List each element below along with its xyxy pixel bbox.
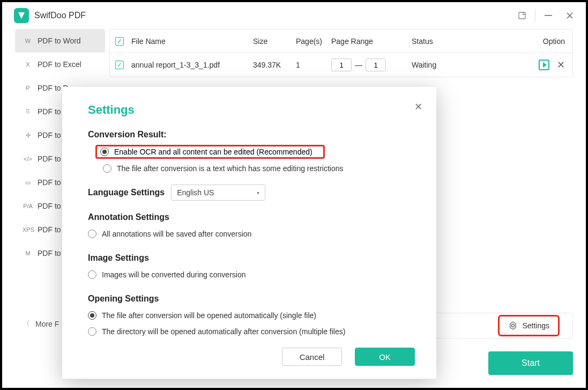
- radio-icon: [88, 327, 96, 336]
- select-all-checkbox[interactable]: ✓: [115, 37, 124, 46]
- settings-button[interactable]: Settings: [508, 321, 549, 330]
- format-icon: ✢: [23, 132, 33, 139]
- separator: [535, 9, 535, 22]
- format-icon: M: [23, 250, 33, 256]
- language-select[interactable]: English US ▾: [171, 185, 265, 201]
- svg-rect-1: [545, 15, 552, 16]
- remove-icon[interactable]: ✕: [557, 59, 565, 71]
- format-icon: P: [23, 85, 33, 91]
- opening-option-single[interactable]: The file after conversion will be opened…: [88, 309, 411, 322]
- conversion-option-text[interactable]: The file after conversion is a text whic…: [99, 162, 411, 175]
- option-label: The file after conversion will be opened…: [102, 311, 316, 320]
- header-range: Page Range: [331, 37, 401, 46]
- format-icon: ▭: [23, 179, 33, 186]
- radio-icon: [88, 230, 96, 238]
- row-filename: annual report_1-3_3_1.pdf: [129, 61, 253, 69]
- format-icon: XPS: [23, 226, 33, 233]
- sidebar-item-pdf-to-excel[interactable]: XPDF to Excel: [15, 53, 105, 76]
- app-window: SwifDoo PDF WPDF to Word XPDF to Excel P…: [2, 2, 586, 388]
- conversion-option-ocr[interactable]: Enable OCR and all content can be edited…: [100, 148, 312, 156]
- format-icon: X: [23, 61, 33, 68]
- dialog-footer: Cancel OK: [282, 348, 415, 366]
- image-heading: Image Settings: [88, 253, 411, 263]
- cancel-button[interactable]: Cancel: [282, 348, 342, 366]
- header-name: File Name: [129, 37, 253, 46]
- sidebar-item-label: PDF to Excel: [38, 60, 81, 69]
- conversion-heading: Conversion Result:: [88, 130, 411, 139]
- svg-rect-0: [519, 12, 525, 19]
- minimize-icon[interactable]: [538, 5, 559, 26]
- header-size: Size: [253, 37, 296, 46]
- option-label: The directory will be opened automatical…: [102, 327, 345, 336]
- settings-label: Settings: [522, 321, 549, 330]
- option-label: All annotations will be saved after conv…: [102, 230, 251, 238]
- header-option: Option: [524, 37, 572, 46]
- close-icon[interactable]: [559, 5, 580, 26]
- settings-dialog: ✕ Settings Conversion Result: Enable OCR…: [62, 87, 436, 379]
- chevron-down-icon: ▾: [257, 190, 259, 196]
- range-to-input[interactable]: [366, 58, 386, 71]
- convert-icon[interactable]: [539, 60, 549, 70]
- chevron-left-icon: 〈: [23, 319, 30, 329]
- range-from-input[interactable]: [331, 58, 352, 71]
- header-status: Status: [401, 37, 524, 46]
- sidebar-item-pdf-to-word[interactable]: WPDF to Word: [15, 29, 105, 53]
- table-header: ✓ File Name Size Page(s) Page Range Stat…: [110, 30, 572, 53]
- dialog-title: Settings: [88, 103, 411, 117]
- format-icon: W: [23, 38, 33, 44]
- dialog-close-icon[interactable]: ✕: [414, 101, 422, 113]
- opening-heading: Opening Settings: [88, 294, 411, 304]
- more-label: More F: [35, 320, 59, 328]
- svg-marker-2: [510, 322, 516, 329]
- file-table: ✓ File Name Size Page(s) Page Range Stat…: [109, 29, 573, 77]
- radio-icon: [88, 311, 96, 320]
- option-label: The file after conversion is a text whic…: [117, 164, 344, 173]
- format-icon: ⠿: [23, 108, 33, 115]
- header-pages: Page(s): [296, 37, 331, 46]
- table-row: ✓ annual report_1-3_3_1.pdf 349.37K 1 — …: [110, 53, 572, 77]
- annotation-heading: Annotation Settings: [88, 212, 411, 222]
- radio-icon: [100, 148, 109, 156]
- option-label: Enable OCR and all content can be edited…: [114, 148, 312, 156]
- opening-option-multiple[interactable]: The directory will be opened automatical…: [88, 325, 411, 338]
- row-status: Waiting: [401, 61, 524, 69]
- language-heading: Language Settings: [88, 188, 165, 197]
- option-label: Images will be converted during conversi…: [102, 270, 245, 279]
- window-extra-icon[interactable]: [511, 5, 533, 26]
- settings-highlight: Settings: [498, 315, 560, 336]
- annotation-option[interactable]: All annotations will be saved after conv…: [88, 227, 411, 240]
- row-checkbox[interactable]: ✓: [115, 61, 124, 69]
- range-dash: —: [355, 61, 362, 69]
- app-logo-icon: [14, 8, 29, 23]
- language-value: English US: [177, 188, 214, 197]
- row-size: 349.37K: [253, 61, 296, 69]
- gear-icon: [508, 321, 518, 330]
- ok-button[interactable]: OK: [355, 348, 415, 366]
- app-title: SwifDoo PDF: [34, 11, 86, 20]
- ocr-highlight: Enable OCR and all content can be edited…: [95, 145, 325, 159]
- radio-icon: [103, 164, 111, 173]
- row-pages: 1: [296, 61, 331, 69]
- format-icon: P/A: [23, 203, 33, 209]
- format-icon: </>: [23, 156, 33, 162]
- svg-point-3: [512, 324, 515, 327]
- image-option[interactable]: Images will be converted during conversi…: [88, 268, 411, 281]
- sidebar-item-label: PDF to Word: [38, 36, 81, 45]
- titlebar: SwifDoo PDF: [2, 2, 586, 29]
- sidebar-item-label: PDF to I: [38, 107, 65, 116]
- radio-icon: [88, 270, 96, 279]
- start-button[interactable]: Start: [488, 351, 573, 375]
